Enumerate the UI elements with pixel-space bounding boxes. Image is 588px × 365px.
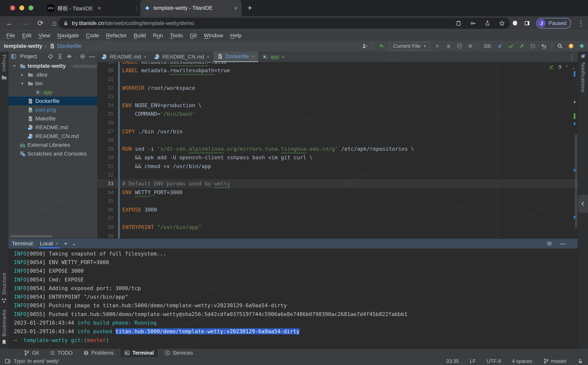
editor-tab-app[interactable]: app× (258, 51, 288, 62)
editor-tab-readme-cn-md[interactable]: MDREADME_CN.md× (150, 51, 214, 62)
menu-view[interactable]: View (36, 32, 53, 39)
terminal-dropdown-icon[interactable]: ⌄ (72, 241, 76, 247)
chevron-right-icon[interactable]: ▸ (19, 72, 26, 77)
toolwindow-terminal-button[interactable]: Terminal (121, 349, 158, 357)
editor-tab-readme-md[interactable]: MDREADME.md× (98, 51, 150, 62)
tree-item-makefile[interactable]: Makefile (8, 114, 97, 123)
close-icon[interactable]: × (143, 54, 147, 60)
code-editor[interactable]: 19LABEL metadata.usesubdomain=false20LAB… (98, 62, 578, 239)
toolwindow-todo-button[interactable]: TODO (46, 349, 76, 357)
breadcrumb-project[interactable]: template-wetty (4, 43, 42, 49)
build-icon[interactable] (378, 43, 384, 49)
editor-tabs-menu-icon[interactable]: ⋮ (569, 54, 578, 60)
browser-tab-2[interactable]: template-wetty - TitanIDE × (140, 0, 242, 16)
rollback-icon[interactable] (541, 43, 547, 49)
code-line-37[interactable]: 37 (98, 214, 578, 223)
terminal-console[interactable]: INFO[0050] Taking snapshot of full files… (8, 248, 578, 349)
tree-item-dockerfile[interactable]: Dockerfile (8, 97, 97, 105)
close-tab-icon[interactable]: × (234, 5, 237, 12)
code-line-35[interactable]: 35 (98, 197, 578, 205)
browser-tab-1[interactable]: <t> 模板 - TitanIDE × (42, 0, 105, 16)
code-line-36[interactable]: 36EXPOSE 3000 (98, 205, 578, 214)
git-branch-widget[interactable]: master (543, 358, 567, 364)
menu-refactor[interactable]: Refactor (103, 32, 129, 39)
editor-preview-icon[interactable] (5, 358, 11, 364)
terminal-tab-local[interactable]: Local × (38, 239, 60, 248)
inspections-widget[interactable]: 9 ⌃ ⌄ (549, 64, 575, 70)
close-tab-icon[interactable]: × (98, 5, 101, 12)
run-config-dropdown[interactable]: Current File ▾ (389, 42, 429, 50)
code-line-34[interactable]: 34ENV WETTY_PORT=3000 (98, 188, 578, 197)
tree-item-readme-cn-md[interactable]: MDREADME_CN.md (8, 132, 97, 140)
menu-tools[interactable]: Tools (167, 32, 185, 39)
toolwindow-services-button[interactable]: Services (161, 349, 196, 357)
menu-git[interactable]: Git (187, 32, 200, 39)
code-line-26[interactable]: 26 (98, 118, 578, 127)
menu-edit[interactable]: Edit (19, 32, 34, 39)
select-opened-file-icon[interactable] (48, 54, 54, 59)
close-window-button[interactable] (10, 6, 15, 10)
code-line-27[interactable]: 27COPY ./bin /usr/bin (98, 127, 578, 136)
code-line-39[interactable]: 39 (98, 232, 578, 239)
stop-icon[interactable] (467, 43, 473, 49)
code-line-29[interactable]: 29RUN sed -i 's/dl-cdn.alpinelinux.org/m… (98, 144, 578, 153)
project-tree[interactable]: ▾template-wetty~/workspace▸.idea▾binappD… (8, 62, 97, 239)
home-icon[interactable]: ⌂ (52, 19, 56, 27)
file-encoding[interactable]: UTF-8 (487, 358, 501, 364)
search-icon[interactable] (557, 43, 563, 49)
chevron-down-icon[interactable]: ▾ (11, 63, 18, 69)
code-line-20[interactable]: 20LABEL metadata.rewritesubpath=true (98, 66, 578, 75)
tree-item-external-libraries[interactable]: External Libraries (8, 140, 97, 149)
code-line-38[interactable]: 38ENTRYPOINT "/usr/bin/app" (98, 223, 578, 232)
menu-help[interactable]: Help (227, 32, 244, 39)
lock-open-icon[interactable] (577, 358, 583, 364)
tree-item-bin[interactable]: ▾bin (8, 79, 97, 88)
tree-item-readme-md[interactable]: MDREADME.md (8, 123, 97, 132)
code-line-23[interactable]: 23 (98, 92, 578, 101)
menu-run[interactable]: Run (150, 32, 166, 39)
toolwindow-problems-button[interactable]: Problems (80, 349, 117, 357)
tree-item-icon-png[interactable]: icon.png (8, 105, 97, 114)
code-line-33[interactable]: 33# Default ENV params used by wetty (98, 179, 578, 188)
gear-icon[interactable] (80, 54, 85, 59)
tree-item-template-wetty[interactable]: ▾template-wetty~/workspace (8, 62, 97, 70)
menu-navigate[interactable]: Navigate (55, 32, 82, 39)
prev-problem-icon[interactable]: ⌃ (565, 64, 568, 70)
editor-tab-dockerfile[interactable]: Dockerfile× (213, 51, 258, 62)
git-push-icon[interactable] (519, 43, 525, 49)
tree-item--idea[interactable]: ▸.idea (8, 70, 97, 79)
editor-scrollbar[interactable] (575, 134, 577, 228)
collapse-all-icon[interactable] (66, 54, 72, 59)
side-panel-handle[interactable] (578, 195, 588, 213)
code-line-31[interactable]: 31 && chmod +x /usr/bin/app (98, 162, 578, 171)
profile-button[interactable]: J Paused (536, 18, 571, 28)
hide-terminal-icon[interactable]: — (560, 240, 566, 247)
tree-horizontal-scrollbar[interactable] (10, 235, 53, 237)
new-terminal-icon[interactable]: + (64, 240, 68, 247)
zoom-window-button[interactable] (28, 6, 33, 10)
hide-panel-icon[interactable]: — (89, 53, 95, 60)
toolwindow-structure-button[interactable]: Structure (1, 273, 7, 303)
key-icon[interactable] (470, 20, 476, 26)
browser-menu-icon[interactable]: ⋮ (577, 19, 584, 28)
menu-file[interactable]: File (4, 32, 18, 39)
toolwindow-git-button[interactable]: Git (20, 349, 42, 357)
toolwindow-notifications-button[interactable]: Notifications (580, 54, 586, 93)
code-line-19[interactable]: 19LABEL metadata.usesubdomain=false (98, 62, 578, 66)
run-icon[interactable] (434, 43, 441, 49)
share-icon[interactable] (484, 20, 490, 26)
tree-item-scratches-and-consoles[interactable]: Scratches and Consoles (8, 149, 97, 158)
caret-position[interactable]: 33:35 (446, 358, 459, 364)
close-icon[interactable]: × (281, 54, 284, 60)
window-controls[interactable] (10, 6, 33, 10)
expand-all-icon[interactable] (57, 54, 63, 59)
chevron-down-icon[interactable]: ▾ (19, 81, 26, 86)
menu-build[interactable]: Build (131, 32, 148, 39)
code-line-25[interactable]: 25 COMMAND='/bin/bash' (98, 110, 578, 119)
close-icon[interactable]: × (207, 54, 210, 60)
breadcrumb-file[interactable]: Dockerfile (49, 43, 81, 49)
ide-update-icon[interactable] (568, 43, 574, 49)
menu-code[interactable]: Code (83, 32, 102, 39)
extensions-icon[interactable] (512, 20, 518, 26)
close-icon[interactable]: × (56, 241, 58, 246)
